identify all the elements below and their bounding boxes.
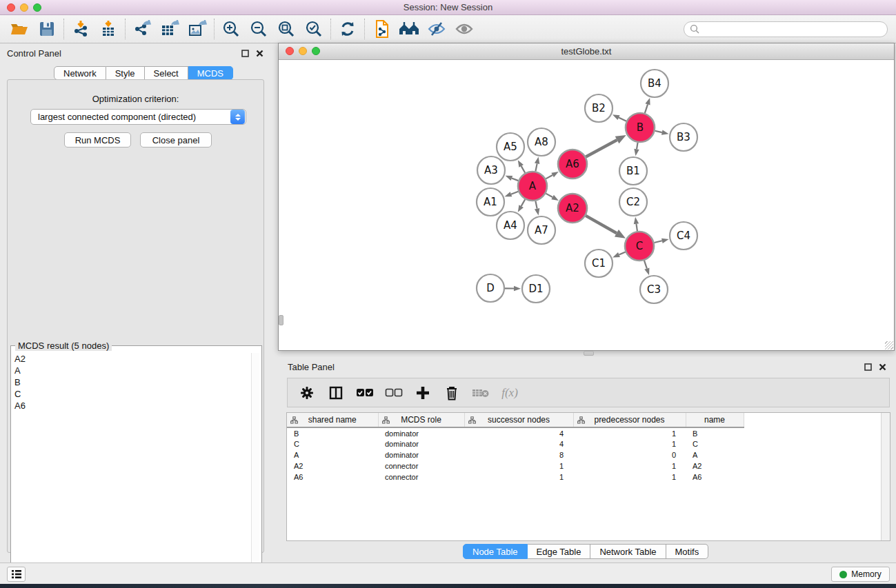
table-cell[interactable]: 4 bbox=[464, 438, 573, 449]
table-cell[interactable]: 4 bbox=[464, 427, 573, 438]
table-cell[interactable]: 8 bbox=[464, 449, 573, 460]
export-table-button[interactable] bbox=[156, 17, 183, 41]
table-cell[interactable]: 1 bbox=[573, 438, 686, 449]
mcds-result-item[interactable]: A6 bbox=[11, 400, 248, 412]
zoom-out-button[interactable] bbox=[245, 17, 272, 41]
table-row[interactable]: A6connector11A6 bbox=[287, 472, 873, 483]
table-cell[interactable]: C bbox=[686, 438, 744, 449]
table-cell[interactable]: dominator bbox=[378, 438, 464, 449]
mcds-result-item[interactable]: A2 bbox=[11, 353, 248, 365]
network-window-titlebar[interactable]: testGlobe.txt bbox=[279, 43, 894, 60]
close-table-panel-icon[interactable] bbox=[879, 363, 886, 371]
show-starter-panel-button[interactable] bbox=[395, 17, 423, 41]
search-box[interactable] bbox=[684, 21, 888, 37]
network-canvas[interactable]: B4B2BB3A5A8A6A3B1AA1C2A2A4A7C4CC1DD1C3 bbox=[279, 60, 894, 350]
search-input[interactable] bbox=[700, 25, 879, 34]
column-header[interactable]: predecessor nodes bbox=[573, 413, 686, 427]
zoom-in-button[interactable] bbox=[217, 17, 245, 41]
save-session-button[interactable] bbox=[33, 17, 61, 41]
import-table-button[interactable] bbox=[94, 17, 122, 41]
tab-network-table[interactable]: Network Table bbox=[590, 544, 666, 559]
table-cell[interactable]: C bbox=[287, 438, 378, 449]
delete-column-button[interactable] bbox=[442, 383, 461, 403]
table-cell[interactable]: B bbox=[287, 427, 378, 438]
graph-edge-A-A6[interactable] bbox=[546, 175, 552, 179]
graph-edge-A-A4[interactable] bbox=[521, 199, 526, 206]
graph-edge-A2-C[interactable] bbox=[586, 216, 617, 233]
table-row[interactable]: Bdominator41B bbox=[287, 427, 873, 438]
table-cell[interactable]: 0 bbox=[573, 449, 686, 460]
select-all-button[interactable] bbox=[355, 383, 375, 403]
tab-style[interactable]: Style bbox=[106, 66, 145, 80]
mcds-result-item[interactable]: A bbox=[11, 365, 248, 376]
graph-edge-A-A1[interactable] bbox=[511, 192, 518, 194]
tab-node-table[interactable]: Node Table bbox=[463, 544, 528, 559]
zoom-fit-button[interactable] bbox=[272, 17, 300, 41]
mcds-result-item[interactable]: B bbox=[11, 376, 248, 388]
table-cell[interactable]: dominator bbox=[378, 449, 464, 460]
net-zoom-button[interactable] bbox=[312, 47, 320, 55]
table-cell[interactable]: 1 bbox=[464, 472, 573, 483]
table-row[interactable]: Cdominator41C bbox=[287, 438, 873, 449]
float-panel-icon[interactable] bbox=[241, 50, 249, 57]
graph-edge-C-C2[interactable] bbox=[636, 224, 637, 232]
table-cell[interactable]: 1 bbox=[573, 460, 686, 472]
graph-edge-A-A5[interactable] bbox=[521, 166, 526, 173]
graph-edge-C-C3[interactable] bbox=[644, 261, 647, 269]
graph-edge-B-B3[interactable] bbox=[655, 131, 661, 132]
column-header[interactable]: MCDS role bbox=[378, 413, 464, 427]
table-scrollbar[interactable] bbox=[881, 413, 890, 540]
column-header[interactable]: name bbox=[686, 413, 744, 427]
delete-table-button[interactable] bbox=[471, 383, 490, 403]
column-manager-button[interactable] bbox=[326, 383, 346, 403]
import-network-button[interactable] bbox=[67, 17, 94, 41]
export-image-button[interactable] bbox=[183, 17, 211, 41]
graph-edge-C-C4[interactable] bbox=[654, 241, 661, 243]
minimize-window-button[interactable] bbox=[20, 3, 28, 12]
function-builder-button[interactable]: f(x) bbox=[500, 383, 519, 403]
table-cell[interactable]: A bbox=[686, 449, 744, 460]
graph-edge-A-A2[interactable] bbox=[546, 194, 552, 197]
zoom-selected-button[interactable] bbox=[300, 17, 328, 41]
task-history-button[interactable] bbox=[7, 567, 26, 582]
table-cell[interactable]: 1 bbox=[573, 427, 686, 438]
graph-edge-B-B2[interactable] bbox=[619, 118, 626, 121]
memory-button[interactable]: Memory bbox=[831, 567, 890, 582]
graph-edge-A-A3[interactable] bbox=[512, 178, 519, 181]
run-mcds-button[interactable]: Run MCDS bbox=[64, 132, 131, 148]
graph-edge-C-C1[interactable] bbox=[619, 252, 625, 255]
table-cell[interactable]: A6 bbox=[287, 472, 378, 483]
column-header[interactable]: shared name bbox=[287, 413, 378, 427]
apply-layout-button[interactable] bbox=[334, 17, 361, 41]
export-network-button[interactable] bbox=[128, 17, 156, 41]
table-cell[interactable]: dominator bbox=[378, 427, 464, 438]
optimization-criterion-select[interactable]: largest connected component (directed) bbox=[30, 109, 246, 125]
float-table-panel-icon[interactable] bbox=[864, 363, 872, 371]
network-vertical-scrollbar-thumb[interactable] bbox=[279, 315, 283, 325]
net-minimize-button[interactable] bbox=[299, 47, 307, 55]
tab-mcds[interactable]: MCDS bbox=[188, 66, 233, 80]
table-cell[interactable]: A bbox=[287, 449, 378, 460]
graph-edge-A-A8[interactable] bbox=[535, 163, 537, 171]
table-cell[interactable]: 1 bbox=[464, 460, 573, 472]
table-cell[interactable]: A6 bbox=[686, 472, 744, 483]
mcds-scrollbar[interactable] bbox=[251, 353, 259, 574]
zoom-window-button[interactable] bbox=[33, 3, 41, 12]
close-panel-icon[interactable] bbox=[256, 50, 263, 57]
table-cell[interactable]: 1 bbox=[573, 472, 686, 483]
add-column-button[interactable] bbox=[413, 383, 432, 403]
graph-edge-B-B4[interactable] bbox=[645, 104, 648, 113]
table-cell[interactable]: A2 bbox=[686, 460, 744, 472]
graph-edge-A-A7[interactable] bbox=[535, 201, 537, 209]
tab-edge-table[interactable]: Edge Table bbox=[528, 544, 591, 559]
tab-network[interactable]: Network bbox=[54, 66, 106, 80]
mcds-result-item[interactable]: C bbox=[11, 388, 248, 400]
table-row[interactable]: A2connector11A2 bbox=[287, 460, 873, 472]
birds-eye-view-button[interactable] bbox=[450, 17, 478, 41]
column-header[interactable]: successor nodes bbox=[464, 413, 573, 427]
open-file-button[interactable] bbox=[6, 17, 33, 41]
close-window-button[interactable] bbox=[7, 3, 15, 12]
tab-motifs[interactable]: Motifs bbox=[666, 544, 709, 559]
graph-edge-B-B1[interactable] bbox=[637, 143, 638, 150]
table-row[interactable]: Adominator80A bbox=[287, 449, 873, 460]
